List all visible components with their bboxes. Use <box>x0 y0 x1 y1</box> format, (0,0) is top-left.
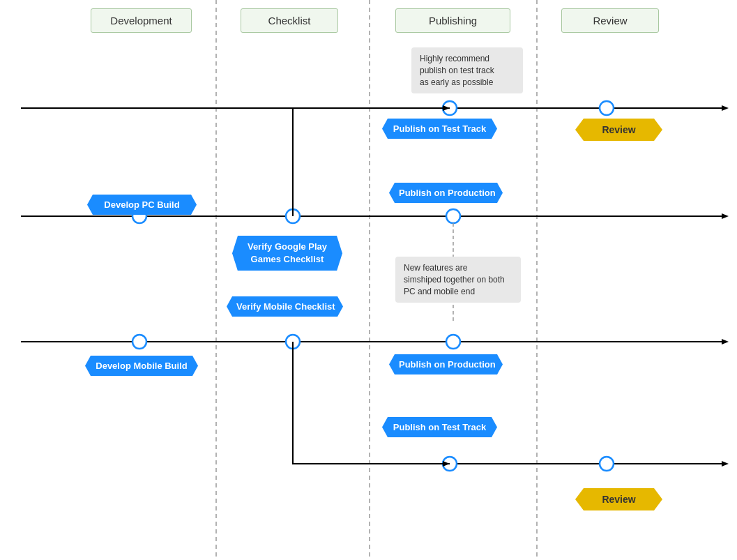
publish-test-track-bot: Publish on Test Track <box>382 417 497 437</box>
svg-point-20 <box>600 457 614 471</box>
publish-production-top: Publish on Production <box>389 183 503 203</box>
verify-google-play: Verify Google PlayGames Checklist <box>232 236 342 271</box>
publish-production-bot: Publish on Production <box>389 354 503 374</box>
svg-point-18 <box>446 335 460 349</box>
note-simship: New features aresimshiped together on bo… <box>395 257 521 303</box>
svg-point-12 <box>600 101 614 115</box>
phase-development: Development <box>91 8 192 33</box>
develop-pc-build: Develop PC Build <box>87 195 197 215</box>
svg-marker-10 <box>722 461 729 467</box>
svg-point-15 <box>446 209 460 223</box>
publish-test-track-top: Publish on Test Track <box>382 119 497 139</box>
phase-checklist: Checklist <box>241 8 338 33</box>
develop-mobile-build: Develop Mobile Build <box>85 356 198 376</box>
svg-marker-6 <box>722 213 729 219</box>
phase-review: Review <box>561 8 659 33</box>
svg-marker-8 <box>722 339 729 345</box>
verify-mobile-checklist: Verify Mobile Checklist <box>227 296 343 317</box>
svg-point-16 <box>132 335 146 349</box>
review-badge-top: Review <box>575 119 662 141</box>
note-test-track: Highly recommendpublish on test trackas … <box>411 47 523 93</box>
flow-diagram <box>0 0 737 560</box>
phase-publishing: Publishing <box>395 8 510 33</box>
svg-marker-4 <box>722 105 729 111</box>
review-badge-bot: Review <box>575 488 662 510</box>
diagram: Development Checklist Publishing Review … <box>0 0 737 560</box>
